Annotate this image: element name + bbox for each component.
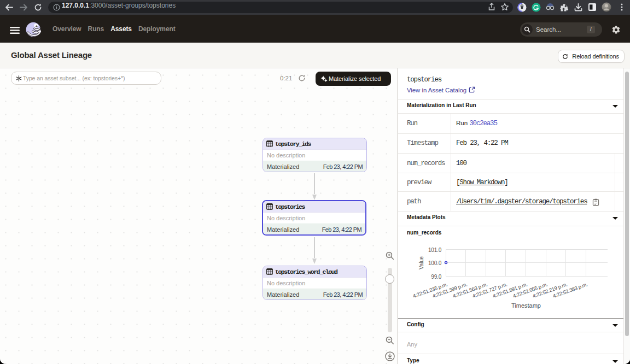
svg-text:100.0: 100.0: [428, 260, 442, 266]
svg-text:Value: Value: [418, 256, 424, 269]
svg-text:Timestamp: Timestamp: [511, 302, 541, 309]
svg-text:101.0: 101.0: [428, 247, 442, 253]
svg-text:99.0: 99.0: [431, 274, 441, 280]
